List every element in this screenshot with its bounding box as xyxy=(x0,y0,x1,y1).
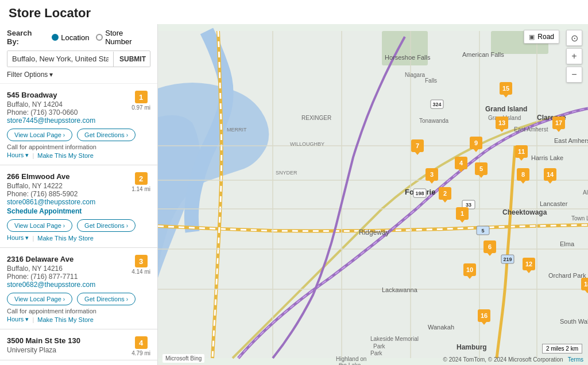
store-phone-3: Phone: (716) 877-7711 xyxy=(7,273,150,281)
map-marker-12[interactable]: 12 xyxy=(523,258,535,270)
road-label-text: Road xyxy=(537,33,554,41)
store-city-3: Buffalo, NY 14216 xyxy=(7,265,150,273)
zoom-in-btn[interactable]: + xyxy=(566,48,582,64)
map-marker-13[interactable]: 13 xyxy=(496,117,508,129)
search-input[interactable] xyxy=(7,51,113,67)
hours-btn-1[interactable]: Hours ▾ xyxy=(7,152,29,159)
store-city-2: Buffalo, NY 14222 xyxy=(7,182,150,190)
schedule-appt-2[interactable]: Schedule Appointment xyxy=(7,207,150,215)
hours-row-1: Hours ▾ | Make This My Store xyxy=(7,152,150,159)
map-container[interactable]: Fort Erie Cheektowaga Harris Lake Claren… xyxy=(158,24,588,365)
page-title: Store Locator xyxy=(0,0,588,24)
map-footer: Microsoft Bing © 2024 TomTom, © 2024 Mic… xyxy=(158,354,588,363)
road-label[interactable]: ▣ Road xyxy=(524,30,559,44)
map-marker-18[interactable]: 18 xyxy=(581,278,588,290)
results-list: 1 0.97 mi 545 Broadway Buffalo, NY 14204… xyxy=(0,84,157,365)
store-badge-3: 3 4.14 mi xyxy=(131,255,150,275)
filter-options[interactable]: Filter Options ▾ xyxy=(7,71,150,79)
hours-row-2: Hours ▾ | Make This My Store xyxy=(7,234,150,242)
store-city-4: University Plaza xyxy=(7,346,150,354)
hours-btn-2[interactable]: Hours ▾ xyxy=(7,234,29,242)
store-number-radio-dot xyxy=(96,34,103,41)
store-city-1: Buffalo, NY 14204 xyxy=(7,100,150,108)
store-badge-1: 1 0.97 mi xyxy=(131,91,150,111)
map-marker-1[interactable]: 1 xyxy=(456,207,469,220)
appt-text-1: Call for appointment information xyxy=(7,143,150,150)
map-marker-6[interactable]: 6 xyxy=(483,240,496,253)
store-email-1[interactable]: store7445@theupsstore.com xyxy=(7,117,150,125)
search-by-label: Search By: xyxy=(7,29,45,46)
map-marker-7[interactable]: 7 xyxy=(411,139,424,152)
view-local-page-btn-3[interactable]: View Local Page › xyxy=(7,293,72,305)
store-phone-2: Phone: (716) 885-5902 xyxy=(7,190,150,198)
map-marker-16[interactable]: 16 xyxy=(478,309,490,322)
scale-bar: 2 miles 2 km xyxy=(542,344,582,354)
map-marker-5[interactable]: 5 xyxy=(475,162,488,175)
map-controls: ⊙ + − xyxy=(566,30,582,83)
make-my-store-1[interactable]: Make This My Store xyxy=(37,152,94,159)
map-marker-14[interactable]: 14 xyxy=(544,168,556,181)
get-directions-btn-3[interactable]: Get Directions › xyxy=(77,293,136,305)
store-name-3: 2316 Delaware Ave xyxy=(7,255,150,263)
map-marker-11[interactable]: 11 xyxy=(515,145,528,158)
map-markers-layer: 1 2 3 4 5 6 7 8 9 10 11 xyxy=(158,24,588,365)
store-badge-4: 4 4.79 mi xyxy=(131,336,150,356)
map-marker-17[interactable]: 17 xyxy=(552,117,565,129)
map-terms-link[interactable]: Terms xyxy=(568,356,583,363)
store-phone-1: Phone: (716) 370-0660 xyxy=(7,108,150,117)
store-name-2: 266 Elmwood Ave xyxy=(7,172,150,181)
map-marker-3[interactable]: 3 xyxy=(425,168,438,181)
location-radio-dot xyxy=(52,34,59,41)
locate-me-btn[interactable]: ⊙ xyxy=(566,30,582,46)
store-card-2: 2 1.14 mi 266 Elmwood Ave Buffalo, NY 14… xyxy=(0,165,157,248)
make-my-store-3[interactable]: Make This My Store xyxy=(37,316,94,323)
road-icon: ▣ xyxy=(529,33,535,41)
zoom-out-btn[interactable]: − xyxy=(566,67,582,83)
store-card-4: 4 4.79 mi 3500 Main St Ste 130 Universit… xyxy=(0,329,157,360)
make-my-store-2[interactable]: Make This My Store xyxy=(37,235,94,242)
store-name-4: 3500 Main St Ste 130 xyxy=(7,336,150,345)
store-email-3[interactable]: store0682@theupsstore.com xyxy=(7,281,150,289)
get-directions-btn-2[interactable]: Get Directions › xyxy=(77,219,136,232)
store-email-2[interactable]: store0861@theupsstore.com xyxy=(7,198,150,206)
location-radio[interactable]: Location xyxy=(52,33,89,42)
store-badge-2: 2 1.14 mi xyxy=(131,172,150,192)
store-card-1: 1 0.97 mi 545 Broadway Buffalo, NY 14204… xyxy=(0,84,157,165)
store-number-radio[interactable]: Store Number xyxy=(96,29,150,46)
hours-btn-3[interactable]: Hours ▾ xyxy=(7,316,29,323)
map-copyright: © 2024 TomTom, © 2024 Microsoft Corporat… xyxy=(443,356,583,363)
submit-button[interactable]: SUBMIT xyxy=(113,52,150,67)
map-marker-9[interactable]: 9 xyxy=(470,137,482,149)
hours-row-3: Hours ▾ | Make This My Store xyxy=(7,316,150,323)
map-marker-10[interactable]: 10 xyxy=(463,263,476,276)
map-marker-2[interactable]: 2 xyxy=(439,187,451,200)
map-marker-8[interactable]: 8 xyxy=(517,168,529,181)
map-marker-15[interactable]: 15 xyxy=(500,82,512,95)
bing-logo: Microsoft Bing xyxy=(163,354,204,363)
store-name-1: 545 Broadway xyxy=(7,91,150,99)
filter-chevron-icon: ▾ xyxy=(49,71,53,79)
store-card-3: 3 4.14 mi 2316 Delaware Ave Buffalo, NY … xyxy=(0,248,157,329)
view-local-page-btn-2[interactable]: View Local Page › xyxy=(7,219,72,232)
get-directions-btn-1[interactable]: Get Directions › xyxy=(77,129,136,141)
map-marker-4[interactable]: 4 xyxy=(455,157,467,169)
appt-text-3: Call for appointment information xyxy=(7,308,150,314)
view-local-page-btn-1[interactable]: View Local Page › xyxy=(7,129,72,141)
